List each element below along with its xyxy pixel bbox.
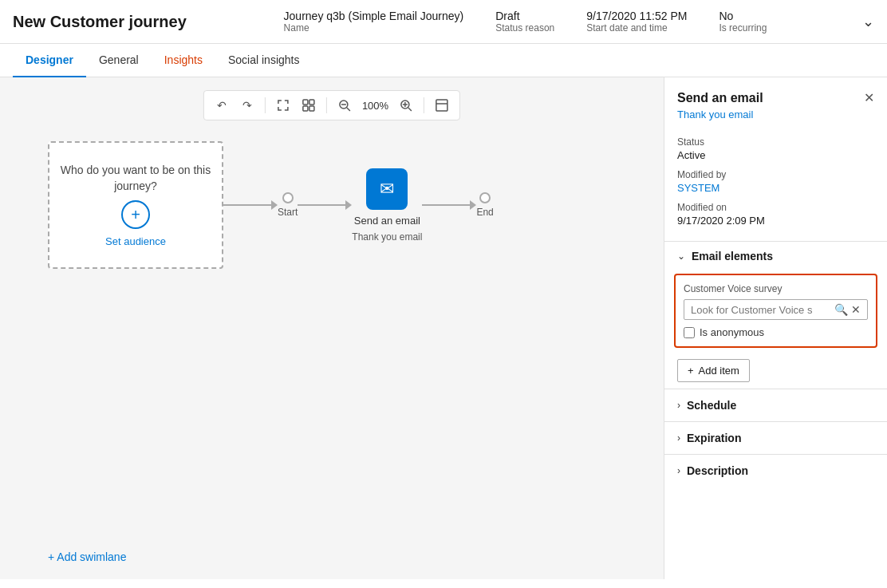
expiration-section[interactable]: › Expiration (664, 421, 887, 454)
svg-rect-0 (303, 100, 308, 105)
grid-button[interactable] (298, 94, 320, 116)
cv-anonymous-row: Is anonymous (684, 326, 868, 338)
meta-recurring-label: Is recurring (719, 22, 767, 34)
meta-name-label: Name (284, 22, 464, 34)
start-step: Start (278, 192, 298, 218)
zoom-out-button[interactable] (333, 94, 356, 116)
email-elements-chevron-icon: ⌄ (677, 251, 685, 262)
undo-button[interactable]: ↶ (211, 94, 233, 116)
meta-status-label: Status reason (495, 22, 554, 34)
panel-header: Send an email ✕ (664, 77, 887, 109)
end-dot (479, 192, 491, 203)
audience-text: Who do you want to be on this journey? (49, 163, 222, 194)
end-step: End (476, 192, 493, 218)
connector-to-email (298, 200, 352, 210)
connector-line-2 (298, 204, 345, 206)
connector-to-start (223, 200, 278, 210)
toolbar-divider-2 (326, 97, 327, 113)
cv-search-box: 🔍 ✕ (684, 299, 868, 320)
meta-recurring: No Is recurring (719, 10, 767, 34)
connector-to-end (422, 200, 476, 210)
start-dot (282, 192, 294, 203)
right-panel: Send an email ✕ Thank you email Status A… (664, 77, 887, 579)
connector-line-1 (223, 204, 271, 206)
main-area: ↶ ↷ 100% Who d (0, 77, 887, 579)
cv-label: Customer Voice survey (684, 283, 868, 294)
canvas-toolbar: ↶ ↷ 100% (203, 90, 460, 120)
journey-diagram: Who do you want to be on this journey? +… (48, 141, 494, 269)
cv-anonymous-label: Is anonymous (700, 326, 764, 338)
toolbar-divider-3 (424, 97, 424, 113)
description-section[interactable]: › Description (664, 454, 887, 487)
email-node-sublabel: Thank you email (352, 231, 422, 243)
end-label: End (476, 207, 493, 218)
email-node-box[interactable]: ✉ (366, 168, 408, 210)
svg-line-5 (347, 108, 350, 111)
schedule-chevron-icon: › (677, 400, 680, 411)
meta-date: 9/17/2020 11:52 PM Start date and time (586, 10, 687, 34)
connector-line-3 (422, 204, 470, 206)
app-header: New Customer journey Journey q3b (Simple… (0, 0, 887, 44)
schedule-title: Schedule (687, 399, 736, 412)
meta-status-value: Draft (495, 10, 554, 22)
layout-button[interactable] (431, 94, 453, 116)
header-meta: Journey q3b (Simple Email Journey) Name … (188, 10, 862, 34)
svg-rect-2 (303, 106, 308, 111)
cv-search-input[interactable] (691, 304, 834, 316)
email-elements-title: Email elements (692, 250, 773, 262)
description-title: Description (687, 464, 748, 477)
email-node-label: Send an email (354, 215, 420, 227)
add-item-button[interactable]: + Add item (677, 359, 750, 382)
redo-button[interactable]: ↷ (236, 94, 258, 116)
panel-fields: Status Active Modified by SYSTEM Modifie… (664, 130, 887, 241)
description-chevron-icon: › (677, 465, 680, 476)
email-icon: ✉ (380, 179, 394, 199)
start-label: Start (278, 207, 298, 218)
panel-close-button[interactable]: ✕ (864, 90, 874, 105)
header-right: ⌄ (862, 13, 874, 30)
email-elements-header[interactable]: ⌄ Email elements (664, 241, 887, 270)
svg-line-8 (408, 108, 412, 111)
expiration-title: Expiration (687, 432, 741, 444)
panel-title: Send an email (677, 91, 763, 105)
meta-name-value: Journey q3b (Simple Email Journey) (284, 10, 464, 22)
tab-social-insights[interactable]: Social insights (215, 44, 313, 77)
set-audience-link[interactable]: Set audience (105, 235, 166, 247)
tab-general[interactable]: General (86, 44, 152, 77)
meta-date-value: 9/17/2020 11:52 PM (586, 10, 687, 22)
meta-date-label: Start date and time (586, 22, 687, 34)
svg-rect-3 (309, 106, 314, 111)
tab-designer[interactable]: Designer (13, 44, 86, 77)
add-swimlane-button[interactable]: + Add swimlane (48, 551, 126, 563)
customer-voice-section: Customer Voice survey 🔍 ✕ Is anonymous (674, 274, 877, 348)
schedule-section[interactable]: › Schedule (664, 389, 887, 421)
add-swimlane-label: + Add swimlane (48, 551, 126, 563)
cv-clear-icon[interactable]: ✕ (851, 303, 861, 316)
designer-canvas[interactable]: ↶ ↷ 100% Who d (0, 77, 664, 579)
zoom-level: 100% (359, 100, 392, 112)
meta-recurring-value: No (719, 10, 767, 22)
meta-status: Draft Status reason (495, 10, 554, 34)
toolbar-divider-1 (265, 97, 266, 113)
add-item-icon: + (688, 365, 694, 377)
svg-rect-1 (309, 100, 314, 105)
audience-box[interactable]: Who do you want to be on this journey? +… (48, 141, 223, 269)
panel-subtitle: Thank you email (664, 109, 887, 130)
tab-insights[interactable]: Insights (152, 44, 215, 77)
zoom-in-button[interactable] (395, 94, 417, 116)
meta-name: Journey q3b (Simple Email Journey) Name (284, 10, 464, 34)
field-modified-by-value[interactable]: SYSTEM (677, 182, 874, 194)
cv-search-icon[interactable]: 🔍 (834, 303, 848, 316)
fit-button[interactable] (272, 94, 294, 116)
field-modified-on-value: 9/17/2020 2:09 PM (677, 215, 874, 227)
connector-arrow-1 (271, 200, 278, 210)
tab-bar: Designer General Insights Social insight… (0, 44, 887, 77)
field-modified-by-label: Modified by (677, 169, 874, 180)
add-audience-button[interactable]: + (121, 200, 150, 229)
svg-rect-11 (436, 100, 447, 111)
header-expand-icon[interactable]: ⌄ (862, 13, 874, 30)
field-modified-on-label: Modified on (677, 202, 874, 213)
email-node[interactable]: ✉ Send an email Thank you email (352, 168, 422, 243)
cv-anonymous-checkbox[interactable] (684, 327, 695, 338)
connector-arrow-2 (345, 200, 352, 210)
